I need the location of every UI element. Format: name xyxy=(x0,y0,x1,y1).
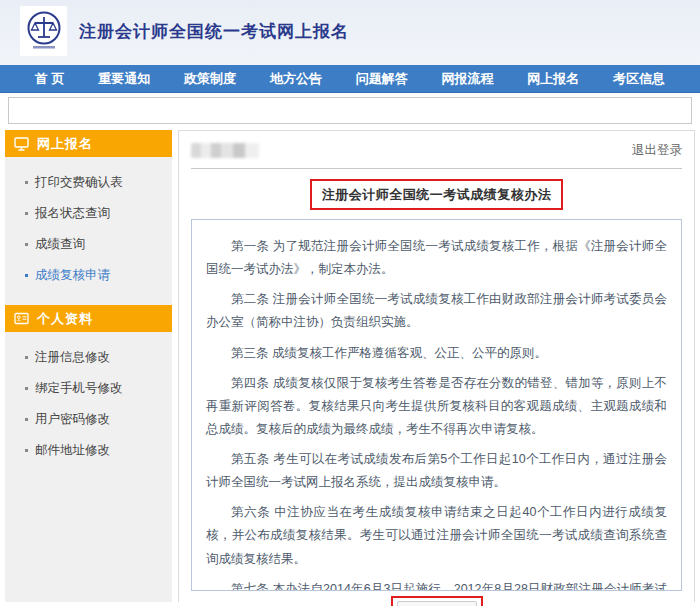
divider xyxy=(191,168,682,169)
user-name-redacted xyxy=(191,143,259,158)
sidebar-item-registration-status[interactable]: 报名状态查询 xyxy=(5,198,172,229)
button-annotation-box: 下一步 (1) xyxy=(391,596,483,606)
sidebar-list-personal-info: 注册信息修改 绑定手机号修改 用户密码修改 邮件地址修改 xyxy=(5,332,172,480)
nav-item-registration-process[interactable]: 网报流程 xyxy=(442,70,494,88)
sidebar: 网上报名 打印交费确认表 报名状态查询 成绩查询 成绩复核申请 xyxy=(5,130,172,602)
sidebar-section-title: 网上报名 xyxy=(37,135,93,153)
sidebar-item-label: 报名状态查询 xyxy=(35,205,110,222)
sidebar-item-score-review-application[interactable]: 成绩复核申请 xyxy=(5,260,172,291)
monitor-icon xyxy=(14,137,29,151)
sidebar-item-print-payment-confirmation[interactable]: 打印交费确认表 xyxy=(5,167,172,198)
article-paragraph: 第四条 成绩复核仅限于复核考生答卷是否存在分数的错登、错加等，原则上不再重新评阅… xyxy=(206,372,667,441)
article-paragraph: 第三条 成绩复核工作严格遵循客观、公正、公平的原则。 xyxy=(206,342,667,365)
article-paragraph: 第五条 考生可以在考试成绩发布后第5个工作日起10个工作日内，通过注册会计师全国… xyxy=(206,448,667,494)
sidebar-item-label: 注册信息修改 xyxy=(35,349,110,366)
content-area: 网上报名 打印交费确认表 报名状态查询 成绩查询 成绩复核申请 xyxy=(0,124,700,602)
sidebar-section-online-registration: 网上报名 xyxy=(5,130,172,157)
bullet-icon xyxy=(25,356,28,359)
page-header: 注册会计师全国统一考试网上报名 xyxy=(0,0,700,65)
article-title-row: 注册会计师全国统一考试成绩复核办法 xyxy=(191,179,682,210)
article-body: 第一条 为了规范注册会计师全国统一考试成绩复核工作，根据《注册会计师全国统一考试… xyxy=(191,219,682,591)
nav-item-important-notices[interactable]: 重要通知 xyxy=(98,70,150,88)
sidebar-item-label: 成绩复核申请 xyxy=(35,267,110,284)
bullet-icon xyxy=(25,418,28,421)
sidebar-list-online-registration: 打印交费确认表 报名状态查询 成绩查询 成绩复核申请 xyxy=(5,157,172,305)
notice-box xyxy=(8,97,692,124)
article-paragraph: 第六条 中注协应当在考生成绩复核申请结束之日起40个工作日内进行成绩复核，并公布… xyxy=(206,501,667,570)
nav-item-local-announcements[interactable]: 地方公告 xyxy=(270,70,322,88)
sidebar-item-email-edit[interactable]: 邮件地址修改 xyxy=(5,435,172,466)
scales-emblem-icon xyxy=(25,10,63,52)
button-row: 下一步 (1) xyxy=(191,596,682,606)
bullet-icon xyxy=(25,212,28,215)
sidebar-item-registration-info-edit[interactable]: 注册信息修改 xyxy=(5,342,172,373)
page-title: 注册会计师全国统一考试网上报名 xyxy=(79,20,349,43)
sidebar-item-phone-number-edit[interactable]: 绑定手机号修改 xyxy=(5,373,172,404)
sidebar-section-personal-info: 个人资料 xyxy=(5,305,172,332)
article-paragraph: 第二条 注册会计师全国统一考试成绩复核工作由财政部注册会计师考试委员会办公室（简… xyxy=(206,288,667,334)
bullet-icon xyxy=(25,181,28,184)
user-row: 退出登录 xyxy=(191,139,682,161)
title-annotation-box: 注册会计师全国统一考试成绩复核办法 xyxy=(310,179,564,210)
article-paragraph: 第一条 为了规范注册会计师全国统一考试成绩复核工作，根据《注册会计师全国统一考试… xyxy=(206,235,667,281)
nav-item-home[interactable]: 首 页 xyxy=(35,70,65,88)
sidebar-item-score-inquiry[interactable]: 成绩查询 xyxy=(5,229,172,260)
id-card-icon xyxy=(14,312,29,325)
bullet-icon xyxy=(25,243,28,246)
sidebar-item-label: 邮件地址修改 xyxy=(35,442,110,459)
article-paragraph: 第七条 本办法自2014年6月3日起施行。2012年8月28日财政部注册会计师考… xyxy=(206,578,667,591)
next-step-button[interactable]: 下一步 (1) xyxy=(397,601,477,606)
sidebar-section-title: 个人资料 xyxy=(37,310,93,328)
main-nav: 首 页 重要通知 政策制度 地方公告 问题解答 网报流程 网上报名 考区信息 xyxy=(0,65,700,93)
article-title: 注册会计师全国统一考试成绩复核办法 xyxy=(322,187,552,202)
bullet-icon xyxy=(25,449,28,452)
bullet-icon xyxy=(25,387,28,390)
logout-link[interactable]: 退出登录 xyxy=(632,142,682,159)
cnicpa-logo xyxy=(20,6,67,56)
main-panel: 退出登录 注册会计师全国统一考试成绩复核办法 第一条 为了规范注册会计师全国统一… xyxy=(178,130,695,602)
sidebar-item-label: 成绩查询 xyxy=(35,236,85,253)
nav-item-policies[interactable]: 政策制度 xyxy=(184,70,236,88)
sidebar-item-label: 打印交费确认表 xyxy=(35,174,123,191)
nav-item-online-registration[interactable]: 网上报名 xyxy=(527,70,579,88)
sidebar-item-password-edit[interactable]: 用户密码修改 xyxy=(5,404,172,435)
bullet-icon xyxy=(25,274,28,277)
sidebar-item-label: 用户密码修改 xyxy=(35,411,110,428)
nav-item-exam-area-info[interactable]: 考区信息 xyxy=(613,70,665,88)
nav-item-faq[interactable]: 问题解答 xyxy=(356,70,408,88)
sidebar-item-label: 绑定手机号修改 xyxy=(35,380,123,397)
